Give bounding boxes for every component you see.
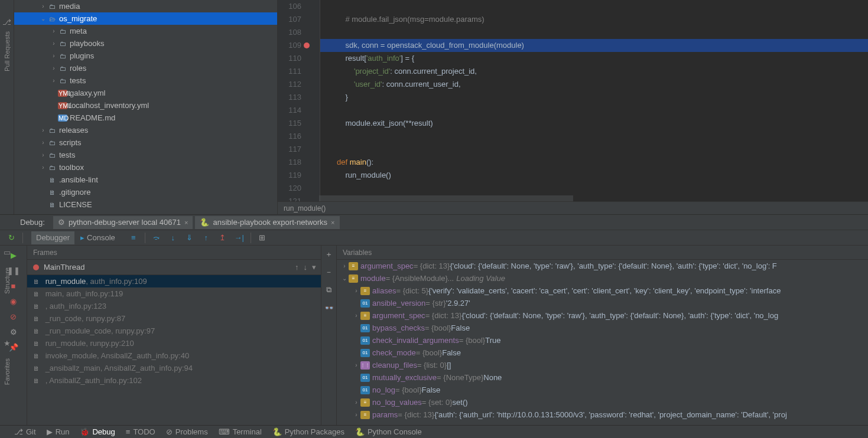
line-number[interactable]: 116: [278, 130, 301, 143]
horizontal-scrollbar[interactable]: [319, 195, 573, 201]
stack-frame[interactable]: 🗎 _run_module_code, runpy.py:97: [27, 325, 321, 337]
debugger-tab[interactable]: Debugger: [31, 231, 74, 244]
stack-frame[interactable]: 🗎 _run_code, runpy.py:87: [27, 312, 321, 325]
line-number[interactable]: 120: [278, 182, 301, 195]
thread-dump-icon[interactable]: ≡: [127, 231, 140, 244]
tree-item-tests[interactable]: › 🗀 tests: [14, 149, 277, 161]
tree-item-plugins[interactable]: › 🗀 plugins: [14, 50, 277, 62]
stack-frame[interactable]: 🗎 , auth_info.py:123: [27, 300, 321, 312]
code-line[interactable]: module.exit_json(**result): [320, 117, 868, 130]
code-line[interactable]: 'project_id': conn.current_project_id,: [320, 65, 868, 78]
stack-frame[interactable]: 🗎 run_module, runpy.py:210: [27, 337, 321, 349]
pull-requests-tab[interactable]: Pull Requests: [4, 31, 11, 71]
force-step-into-icon[interactable]: ⇓: [183, 231, 196, 244]
prev-frame-icon[interactable]: ↑: [295, 263, 299, 272]
variable-row[interactable]: 01 ansible_version = {str} '2.9.27': [337, 297, 868, 309]
code-line[interactable]: [320, 143, 868, 156]
tree-item-.gitignore[interactable]: 🗎 .gitignore: [14, 186, 277, 198]
new-watch-icon[interactable]: ＋: [323, 248, 336, 261]
bottom-tab-git[interactable]: ⎇ Git: [14, 427, 36, 436]
bottom-tab-todo[interactable]: ≡ TODO: [126, 427, 155, 436]
next-frame-icon[interactable]: ↓: [304, 263, 308, 272]
close-icon[interactable]: ×: [331, 219, 334, 226]
remove-watch-icon[interactable]: －: [323, 266, 336, 279]
line-number[interactable]: 109: [278, 39, 301, 52]
chevron-icon[interactable]: ›: [50, 77, 58, 84]
chevron-icon[interactable]: ›: [39, 127, 47, 133]
variable-row[interactable]: › ⋮⋮ cleanup_files = {list: 0} []: [337, 359, 868, 371]
chevron-icon[interactable]: ›: [340, 260, 349, 272]
code-line[interactable]: [320, 182, 868, 195]
bottom-tab-terminal[interactable]: ⌨ Terminal: [219, 427, 262, 436]
variable-row[interactable]: ⌄ ≡ module = {AnsibleModule} ... Loading…: [337, 272, 868, 285]
variable-row[interactable]: 01 check_mode = {bool} False: [337, 347, 868, 359]
stack-frame[interactable]: 🗎 _ansiballz_main, AnsiballZ_auth_info.p…: [27, 362, 321, 374]
chevron-icon[interactable]: ›: [50, 28, 58, 34]
line-number[interactable]: 107: [278, 13, 301, 26]
structure-icon[interactable]: ▭: [4, 248, 11, 257]
tree-item-README.md[interactable]: MD README.md: [14, 112, 277, 124]
favorites-icon[interactable]: ★: [4, 339, 11, 348]
code-line[interactable]: [320, 0, 868, 13]
line-number[interactable]: 110: [278, 52, 301, 65]
chevron-icon[interactable]: ⌄: [39, 15, 47, 22]
drop-frame-icon[interactable]: ↥: [216, 231, 229, 244]
chevron-icon[interactable]: ›: [50, 40, 58, 47]
tree-item-toolbox[interactable]: › 🗀 toolbox: [14, 161, 277, 174]
breakpoint-icon[interactable]: [304, 43, 310, 48]
variable-row[interactable]: › ≡ aliases = {dict: 5} {'verify': 'vali…: [337, 285, 868, 297]
tree-item-LICENSE[interactable]: 🗎 LICENSE: [14, 198, 277, 211]
code-line[interactable]: }: [320, 91, 868, 104]
code-line[interactable]: result['auth_info'] = {: [320, 52, 868, 65]
structure-tab[interactable]: Structure: [4, 267, 11, 294]
variable-row[interactable]: › ≡ argument_spec = {dict: 13} {'cloud':…: [337, 309, 868, 322]
line-number[interactable]: 112: [278, 78, 301, 91]
variable-row[interactable]: 01 check_invalid_arguments = {bool} True: [337, 334, 868, 347]
line-number[interactable]: 114: [278, 104, 301, 117]
line-number[interactable]: 118: [278, 156, 301, 169]
tree-item-playbooks[interactable]: › 🗀 playbooks: [14, 37, 277, 50]
code-line[interactable]: [320, 104, 868, 117]
line-number[interactable]: 117: [278, 143, 301, 156]
tree-item-.ansible-lint[interactable]: 🗎 .ansible-lint: [14, 174, 277, 186]
thread-menu-icon[interactable]: ▾: [312, 263, 316, 272]
variable-row[interactable]: › ≡ argument_spec = {dict: 13} {'cloud':…: [337, 260, 868, 272]
chevron-icon[interactable]: ›: [39, 3, 47, 9]
line-number[interactable]: 108: [278, 26, 301, 39]
tree-item-media[interactable]: › 🗀 media: [14, 0, 277, 12]
console-tab[interactable]: ▸Console: [76, 231, 120, 244]
stack-frame[interactable]: 🗎 run_module, auth_info.py:109: [27, 275, 321, 287]
bottom-tab-debug[interactable]: 🐞 Debug: [80, 427, 115, 436]
tree-item-galaxy.yml[interactable]: YML galaxy.yml: [14, 87, 277, 99]
variable-row[interactable]: 01 bypass_checks = {bool} False: [337, 322, 868, 334]
debug-session-tab[interactable]: ⚙ python-debug-server local 40671 ×: [53, 216, 193, 229]
chevron-icon[interactable]: ›: [39, 139, 47, 146]
code-line[interactable]: [320, 26, 868, 39]
tree-item-scripts[interactable]: › 🗀 scripts: [14, 136, 277, 149]
chevron-icon[interactable]: ⌄: [340, 272, 349, 285]
chevron-icon[interactable]: ›: [352, 408, 360, 421]
chevron-icon[interactable]: ›: [352, 359, 360, 371]
code-line[interactable]: 'user_id': conn.current_user_id,: [320, 78, 868, 91]
tree-item-os_migrate[interactable]: ⌄ 🗁 os_migrate: [14, 12, 277, 25]
tree-item-tests[interactable]: › 🗀 tests: [14, 74, 277, 87]
variable-row[interactable]: 01 mutually_exclusive = {NoneType} None: [337, 371, 868, 384]
step-into-icon[interactable]: ↓: [167, 231, 180, 244]
copy-icon[interactable]: ⧉: [323, 283, 336, 296]
code-editor[interactable]: 1061071081091101111121131141151161171181…: [278, 0, 868, 214]
variable-row[interactable]: › ≡ params = {dict: 13} {'auth': {'auth_…: [337, 408, 868, 421]
chevron-icon[interactable]: ›: [39, 152, 47, 158]
tree-item-releases[interactable]: › 🗀 releases: [14, 124, 277, 136]
code-line[interactable]: sdk, conn = openstack_cloud_from_module(…: [320, 39, 868, 52]
line-number[interactable]: 113: [278, 91, 301, 104]
rerun-button[interactable]: ↻: [5, 231, 18, 244]
code-line[interactable]: # module.fail_json(msg=module.params): [320, 13, 868, 26]
line-number[interactable]: 121: [278, 195, 301, 201]
line-number[interactable]: 111: [278, 65, 301, 78]
bottom-tab-run[interactable]: ▶ Run: [47, 427, 70, 436]
editor-breadcrumb[interactable]: run_module(): [278, 201, 868, 214]
close-icon[interactable]: ×: [184, 219, 188, 226]
bottom-tab-python-console[interactable]: 🐍 Python Console: [355, 427, 422, 436]
favorites-tab[interactable]: Favorites: [4, 358, 11, 385]
chevron-icon[interactable]: ›: [352, 285, 360, 297]
